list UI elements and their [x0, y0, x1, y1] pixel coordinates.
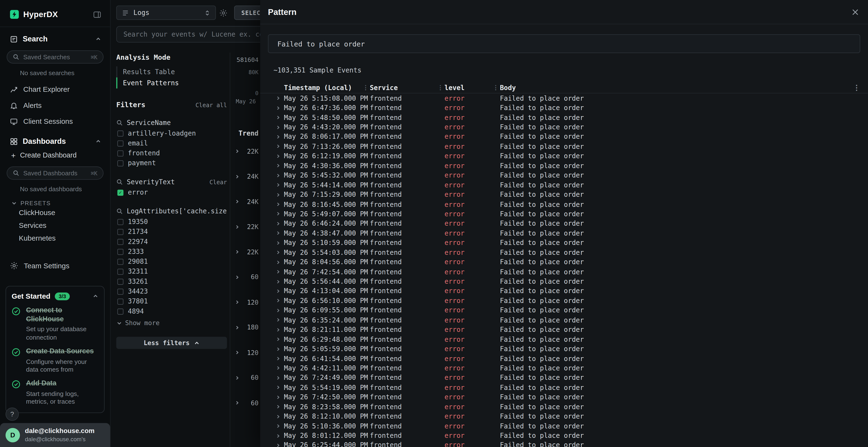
- row-expand-icon[interactable]: [276, 211, 284, 216]
- brand[interactable]: HyperDX: [10, 10, 58, 19]
- filter-option[interactable]: 32311: [116, 267, 227, 276]
- filter-field-name[interactable]: SeverityText: [127, 178, 206, 186]
- event-row[interactable]: May 26 5:54:03.000 PMfrontenderrorFailed…: [260, 248, 868, 257]
- checkbox[interactable]: [117, 288, 123, 294]
- checkbox[interactable]: [117, 278, 123, 284]
- clear-all-filters-button[interactable]: Clear all: [195, 101, 227, 108]
- pattern-row-fragment[interactable]: 22K: [230, 214, 260, 239]
- less-filters-button[interactable]: Less filters: [116, 337, 227, 349]
- event-row[interactable]: May 26 5:10:36.000 PMfrontenderrorFailed…: [260, 421, 868, 431]
- filter-option[interactable]: payment: [116, 158, 227, 168]
- event-row[interactable]: May 26 6:41:54.000 PMfrontenderrorFailed…: [260, 354, 868, 364]
- filter-option[interactable]: email: [116, 138, 227, 148]
- pattern-row-fragment[interactable]: 60: [230, 390, 260, 415]
- row-expand-icon[interactable]: [276, 202, 284, 207]
- row-expand-icon[interactable]: [276, 337, 284, 342]
- row-expand-icon[interactable]: [276, 356, 284, 361]
- column-header-level[interactable]: level: [444, 84, 493, 92]
- row-expand-icon[interactable]: [276, 404, 284, 409]
- filter-option[interactable]: ✓error: [116, 187, 227, 197]
- event-row[interactable]: May 26 8:21:11.000 PMfrontenderrorFailed…: [260, 325, 868, 335]
- chevron-up-icon[interactable]: [95, 36, 101, 42]
- event-row[interactable]: May 26 7:13:26.000 PMfrontenderrorFailed…: [260, 142, 868, 151]
- row-expand-icon[interactable]: [276, 105, 284, 110]
- checkbox[interactable]: [117, 219, 123, 225]
- event-row[interactable]: May 26 5:10:59.000 PMfrontenderrorFailed…: [260, 238, 868, 248]
- chevron-right-icon[interactable]: [235, 325, 240, 330]
- pattern-row-fragment[interactable]: 60: [230, 265, 260, 290]
- column-header-body[interactable]: Body: [500, 84, 853, 92]
- event-row[interactable]: May 26 5:48:50.000 PMfrontenderrorFailed…: [260, 113, 868, 122]
- row-expand-icon[interactable]: [276, 125, 284, 130]
- user-menu[interactable]: D dale@clickhouse.com dale@clickhouse.co…: [0, 423, 110, 447]
- saved-searches-input[interactable]: Saved Searches ⌘K: [7, 50, 104, 64]
- pattern-row-fragment[interactable]: 22K: [230, 139, 260, 164]
- pattern-row-fragment[interactable]: 24K: [230, 189, 260, 214]
- event-row[interactable]: May 26 7:15:29.000 PMfrontenderrorFailed…: [260, 190, 868, 199]
- filter-option[interactable]: frontend: [116, 148, 227, 158]
- row-expand-icon[interactable]: [276, 443, 284, 447]
- source-settings-gear-icon[interactable]: [219, 9, 227, 17]
- row-expand-icon[interactable]: [276, 240, 284, 245]
- checkbox[interactable]: [117, 160, 123, 166]
- filter-option[interactable]: 33261: [116, 276, 227, 286]
- pattern-row-fragment[interactable]: 180: [230, 315, 260, 340]
- chevron-right-icon[interactable]: [235, 149, 240, 154]
- filter-option[interactable]: 2333: [116, 247, 227, 256]
- chevron-up-icon[interactable]: [95, 138, 101, 144]
- chevron-right-icon[interactable]: [235, 174, 240, 179]
- event-row[interactable]: May 26 7:42:50.000 PMfrontenderrorFailed…: [260, 392, 868, 402]
- checkbox[interactable]: [117, 140, 123, 146]
- row-expand-icon[interactable]: [276, 375, 284, 381]
- sidebar-item-client-sessions[interactable]: Client Sessions: [0, 113, 110, 130]
- event-row[interactable]: May 26 6:09:55.000 PMfrontenderrorFailed…: [260, 306, 868, 315]
- event-row[interactable]: May 26 6:25:44.000 PMfrontenderrorFailed…: [260, 441, 868, 447]
- row-expand-icon[interactable]: [276, 115, 284, 120]
- event-row[interactable]: May 26 8:04:56.000 PMfrontenderrorFailed…: [260, 257, 868, 267]
- help-button[interactable]: ?: [5, 407, 19, 420]
- sidebar-section-search[interactable]: Search: [0, 27, 110, 43]
- row-expand-icon[interactable]: [276, 163, 284, 168]
- filter-option[interactable]: 29081: [116, 256, 227, 266]
- filter-option[interactable]: 4894: [116, 306, 227, 316]
- event-row[interactable]: May 26 5:54:19.000 PMfrontenderrorFailed…: [260, 383, 868, 392]
- preset-services[interactable]: Services: [0, 219, 110, 232]
- row-expand-icon[interactable]: [276, 347, 284, 352]
- event-row[interactable]: May 26 5:49:07.000 PMfrontenderrorFailed…: [260, 209, 868, 219]
- filter-option[interactable]: 19350: [116, 217, 227, 227]
- event-row[interactable]: May 26 4:30:36.000 PMfrontenderrorFailed…: [260, 161, 868, 171]
- event-row[interactable]: May 26 4:38:47.000 PMfrontenderrorFailed…: [260, 229, 868, 238]
- row-expand-icon[interactable]: [276, 327, 284, 332]
- checkbox[interactable]: [117, 259, 123, 265]
- presets-toggle[interactable]: PRESETS: [0, 193, 110, 206]
- row-expand-icon[interactable]: [276, 288, 284, 294]
- event-row[interactable]: May 26 7:24:49.000 PMfrontenderrorFailed…: [260, 373, 868, 383]
- column-resize-handle[interactable]: ⋮: [437, 84, 444, 91]
- checkbox[interactable]: [117, 308, 123, 314]
- sidebar-collapse-icon[interactable]: [93, 10, 101, 18]
- get-started-step[interactable]: Connect to ClickHouse Set up your databa…: [11, 306, 98, 341]
- event-row[interactable]: May 26 6:29:48.000 PMfrontenderrorFailed…: [260, 335, 868, 344]
- row-expand-icon[interactable]: [276, 192, 284, 197]
- chevron-right-icon[interactable]: [235, 199, 240, 204]
- event-row[interactable]: May 26 7:42:54.000 PMfrontenderrorFailed…: [260, 267, 868, 277]
- event-row[interactable]: May 26 5:44:14.000 PMfrontenderrorFailed…: [260, 180, 868, 190]
- row-expand-icon[interactable]: [276, 395, 284, 400]
- row-expand-icon[interactable]: [276, 182, 284, 187]
- event-row[interactable]: May 26 6:56:10.000 PMfrontenderrorFailed…: [260, 296, 868, 306]
- preset-clickhouse[interactable]: ClickHouse: [0, 206, 110, 219]
- pattern-row-fragment[interactable]: 60: [230, 365, 260, 390]
- filter-option[interactable]: 34423: [116, 286, 227, 296]
- checkbox[interactable]: [117, 269, 123, 275]
- column-resize-handle[interactable]: ⋮: [363, 84, 370, 91]
- chevron-right-icon[interactable]: [235, 300, 240, 305]
- event-row[interactable]: May 26 5:45:32.000 PMfrontenderrorFailed…: [260, 171, 868, 180]
- row-expand-icon[interactable]: [276, 424, 284, 429]
- event-row[interactable]: May 26 8:16:45.000 PMfrontenderrorFailed…: [260, 199, 868, 209]
- event-row[interactable]: May 26 4:43:20.000 PMfrontenderrorFailed…: [260, 122, 868, 132]
- row-expand-icon[interactable]: [276, 134, 284, 139]
- row-expand-icon[interactable]: [276, 231, 284, 236]
- filter-field-name[interactable]: LogAttributes['cache.size']: [127, 207, 227, 215]
- column-header-timestamp[interactable]: Timestamp (Local): [284, 84, 363, 92]
- analysis-mode-option[interactable]: Results Table: [116, 66, 227, 77]
